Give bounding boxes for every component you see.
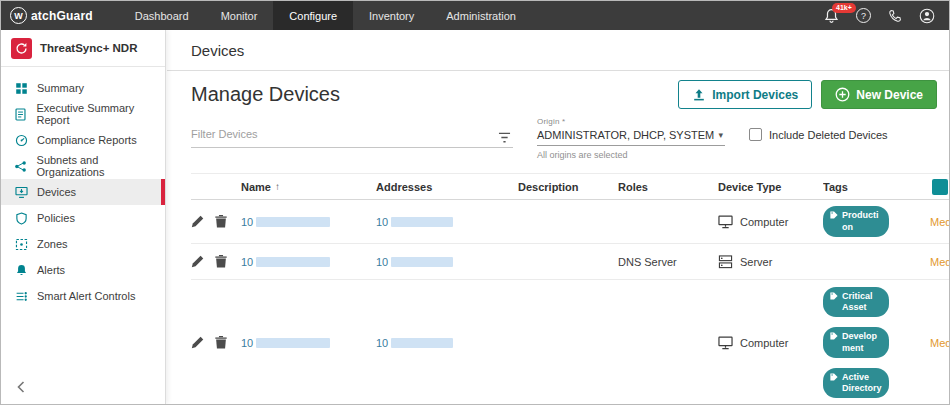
sort-ascending-icon: ↑ [275, 181, 280, 192]
sidebar-collapse-button[interactable] [11, 377, 31, 397]
sidebar-item-label: Zones [37, 238, 68, 250]
header-description-label: Description [518, 181, 579, 193]
sidebar-item-alerts[interactable]: Alerts [1, 257, 165, 283]
summary-icon [14, 82, 28, 95]
tag-pill[interactable]: Production [823, 206, 889, 237]
header-roles-label: Roles [618, 181, 648, 193]
notifications-button[interactable]: 41k+ [824, 8, 839, 24]
sidebar-item-executive-summary-report[interactable]: Executive Summary Report [1, 101, 165, 127]
header-description[interactable]: Description [518, 181, 618, 193]
origin-selected-value: ADMINISTRATOR, DHCP, SYSTEM [537, 129, 714, 141]
device-importance: Med [926, 256, 949, 268]
edit-device-button[interactable] [191, 336, 204, 349]
sidebar-item-summary[interactable]: Summary [1, 75, 165, 101]
table-header-row: Name ↑ Addresses Description Roles Devic… [191, 173, 949, 200]
row-actions [191, 215, 241, 228]
table-row: 10 10 DNS Server Server Med [191, 244, 949, 280]
phone-icon [888, 9, 902, 23]
origin-select-field: Origin * ADMINISTRATOR, DHCP, SYSTEM ▾ A… [537, 117, 725, 160]
sidebar-item-smart-alert-controls[interactable]: Smart Alert Controls [1, 283, 165, 309]
redacted-name [256, 338, 330, 348]
device-name-text: 10 [241, 216, 253, 228]
sidebar-nav: Summary Executive Summary Report Complia… [1, 75, 165, 309]
nav-configure[interactable]: Configure [273, 1, 353, 30]
device-name[interactable]: 10 [241, 216, 376, 228]
product-header[interactable]: ThreatSync+ NDR [1, 30, 165, 67]
network-share-icon [14, 160, 28, 173]
support-button[interactable] [888, 9, 902, 23]
account-button[interactable] [919, 8, 935, 24]
new-device-label: New Device [856, 88, 923, 102]
section-heading: Manage Devices [191, 83, 340, 106]
redacted-address [391, 217, 453, 227]
header-tags-label: Tags [823, 181, 848, 193]
devices-table: Name ↑ Addresses Description Roles Devic… [191, 173, 949, 404]
header-name[interactable]: Name ↑ [241, 181, 376, 193]
edit-device-button[interactable] [191, 255, 204, 268]
sidebar-item-policies[interactable]: Policies [1, 205, 165, 231]
new-device-button[interactable]: New Device [821, 80, 937, 109]
table-columns-button[interactable] [932, 179, 948, 195]
sidebar: ThreatSync+ NDR Summary Executive Summar… [1, 30, 166, 404]
tag-pill[interactable]: Development [823, 327, 889, 358]
import-devices-label: Import Devices [712, 88, 798, 102]
origin-select[interactable]: ADMINISTRATOR, DHCP, SYSTEM ▾ [537, 126, 725, 146]
device-type-label: Server [740, 256, 772, 268]
sidebar-item-devices[interactable]: Devices [1, 179, 165, 205]
action-buttons: Import Devices New Device [678, 80, 937, 109]
device-address-text: 10 [376, 216, 388, 228]
computer-icon [718, 215, 733, 229]
product-name: ThreatSync+ NDR [40, 42, 137, 54]
device-icon [14, 186, 28, 199]
help-button[interactable]: ? [856, 8, 871, 23]
device-address-text: 10 [376, 256, 388, 268]
watchguard-logo[interactable]: W atchGuard [1, 7, 107, 24]
device-type: Server [718, 255, 823, 269]
origin-hint: All origins are selected [537, 150, 725, 160]
tag-label: Production [842, 210, 882, 233]
delete-device-button[interactable] [215, 255, 227, 268]
trash-icon [215, 336, 227, 349]
nav-administration[interactable]: Administration [430, 1, 532, 30]
header-addresses[interactable]: Addresses [376, 181, 518, 193]
header-tags[interactable]: Tags [823, 181, 926, 193]
delete-device-button[interactable] [215, 336, 227, 349]
sidebar-item-compliance-reports[interactable]: Compliance Reports [1, 127, 165, 153]
server-icon [718, 255, 733, 269]
edit-device-button[interactable] [191, 215, 204, 228]
header-roles[interactable]: Roles [618, 181, 718, 193]
report-icon [14, 108, 27, 121]
checkbox-icon[interactable] [749, 128, 762, 141]
filter-devices-input[interactable] [191, 123, 487, 144]
sidebar-item-zones[interactable]: Zones [1, 231, 165, 257]
nav-monitor[interactable]: Monitor [205, 1, 274, 30]
device-type: Computer [718, 336, 823, 350]
device-name[interactable]: 10 [241, 337, 376, 349]
top-navigation-bar: W atchGuard Dashboard Monitor Configure … [1, 1, 949, 30]
device-tags: Critical Asset Development Active Direct… [823, 287, 926, 399]
tag-pill[interactable]: Critical Asset [823, 287, 889, 318]
tag-label: Development [842, 331, 882, 354]
tag-pill[interactable]: Active Directory [823, 368, 889, 399]
nav-inventory[interactable]: Inventory [353, 1, 430, 30]
device-type: Computer [718, 215, 823, 229]
upload-icon [692, 88, 706, 102]
computer-icon [718, 336, 733, 350]
device-importance: Med [926, 216, 949, 228]
zones-icon [14, 238, 28, 251]
sidebar-item-label: Smart Alert Controls [37, 290, 135, 302]
header-device-type[interactable]: Device Type [718, 181, 823, 193]
import-devices-button[interactable]: Import Devices [678, 80, 812, 109]
device-address: 10 [376, 337, 518, 349]
include-deleted-devices-checkbox[interactable]: Include Deleted Devices [749, 128, 888, 141]
device-name[interactable]: 10 [241, 256, 376, 268]
filter-devices-field [191, 123, 513, 148]
sidebar-item-label: Executive Summary Report [36, 102, 165, 126]
tag-icon [830, 373, 838, 381]
delete-device-button[interactable] [215, 215, 227, 228]
filter-icon[interactable] [498, 130, 511, 148]
sidebar-item-subnets-and-organizations[interactable]: Subnets and Organizations [1, 153, 165, 179]
trash-icon [215, 255, 227, 268]
nav-dashboard[interactable]: Dashboard [119, 1, 205, 30]
sidebar-item-label: Alerts [37, 264, 65, 276]
